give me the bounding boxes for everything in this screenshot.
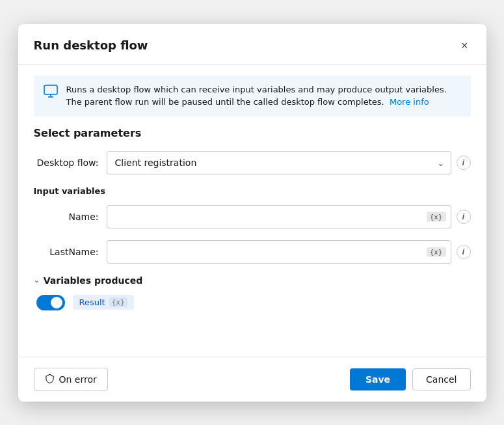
desktop-flow-select[interactable]: Client registrationOther flow bbox=[107, 151, 451, 174]
run-desktop-flow-dialog: Run desktop flow × Runs a desktop flow w… bbox=[18, 24, 486, 402]
section-title: Select parameters bbox=[34, 127, 471, 139]
name-info-button[interactable]: i bbox=[457, 210, 471, 224]
variables-produced-header[interactable]: ⌄ Variables produced bbox=[34, 275, 471, 286]
dialog-title: Run desktop flow bbox=[34, 38, 148, 52]
lastname-input-wrapper: {x} bbox=[107, 240, 451, 264]
variables-produced-title: Variables produced bbox=[44, 275, 143, 286]
name-row: Name: {x} i bbox=[34, 205, 471, 228]
svg-rect-0 bbox=[44, 85, 57, 94]
dialog-header: Run desktop flow × bbox=[18, 24, 486, 65]
footer-right: Save Cancel bbox=[350, 368, 471, 391]
result-x-badge: {x} bbox=[109, 297, 127, 307]
desktop-flow-label: Desktop flow: bbox=[34, 158, 99, 168]
desktop-flow-control-wrapper: Client registrationOther flow ⌄ i bbox=[107, 151, 471, 174]
cancel-button[interactable]: Cancel bbox=[412, 368, 470, 391]
shield-icon bbox=[45, 374, 55, 385]
monitor-icon bbox=[43, 83, 59, 99]
lastname-x-badge[interactable]: {x} bbox=[427, 247, 446, 256]
save-button[interactable]: Save bbox=[350, 368, 406, 391]
lastname-label: LastName: bbox=[34, 247, 99, 257]
name-input[interactable] bbox=[107, 205, 451, 228]
lastname-control-wrapper: {x} i bbox=[107, 240, 471, 264]
variables-produced-row: Result {x} bbox=[34, 295, 471, 310]
dialog-footer: On error Save Cancel bbox=[18, 357, 486, 402]
lastname-input[interactable] bbox=[107, 240, 451, 264]
toggle-slider bbox=[36, 295, 65, 310]
close-button[interactable]: × bbox=[458, 37, 471, 54]
on-error-button[interactable]: On error bbox=[34, 368, 108, 391]
result-badge: Result {x} bbox=[73, 295, 134, 310]
lastname-row: LastName: {x} i bbox=[34, 240, 471, 264]
banner-text: Runs a desktop flow which can receive in… bbox=[66, 83, 462, 109]
more-info-link[interactable]: More info bbox=[390, 97, 429, 107]
variables-produced-section: ⌄ Variables produced Result {x} bbox=[34, 275, 471, 310]
desktop-flow-row: Desktop flow: Client registrationOther f… bbox=[34, 151, 471, 174]
name-label: Name: bbox=[34, 212, 99, 222]
lastname-info-button[interactable]: i bbox=[457, 245, 471, 259]
name-input-wrapper: {x} bbox=[107, 205, 451, 228]
info-banner: Runs a desktop flow which can receive in… bbox=[34, 75, 471, 117]
name-x-badge[interactable]: {x} bbox=[427, 212, 446, 221]
desktop-flow-select-wrapper: Client registrationOther flow ⌄ bbox=[107, 151, 451, 174]
dialog-body: Select parameters Desktop flow: Client r… bbox=[18, 127, 486, 357]
variables-chevron-icon: ⌄ bbox=[34, 276, 40, 284]
name-control-wrapper: {x} i bbox=[107, 205, 471, 228]
desktop-flow-info-button[interactable]: i bbox=[457, 156, 471, 170]
variables-toggle[interactable] bbox=[36, 295, 65, 310]
result-label: Result bbox=[79, 297, 105, 307]
on-error-label: On error bbox=[59, 374, 97, 385]
input-variables-label: Input variables bbox=[34, 186, 471, 196]
